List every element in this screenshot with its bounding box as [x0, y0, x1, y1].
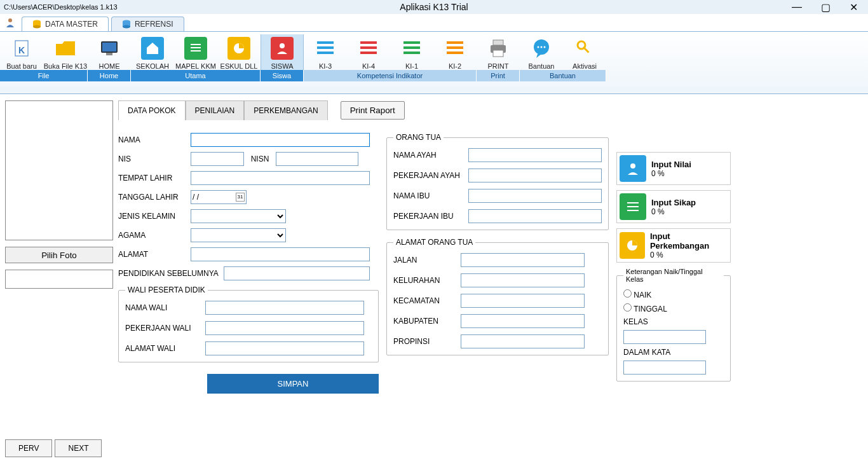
tab-data-master[interactable]: DATA MASTER	[22, 17, 109, 31]
ribbon-group-utama: Utama	[131, 70, 261, 81]
tab-refrensi[interactable]: REFRENSI	[111, 17, 184, 31]
jalan-input[interactable]	[461, 253, 585, 267]
ribbon-group-file: File	[0, 70, 88, 81]
alamat-wali-input[interactable]	[205, 341, 364, 355]
card-input-perkembangan[interactable]: Input Perkembangan0 %	[616, 228, 731, 263]
pekerjaan-wali-input[interactable]	[205, 321, 364, 335]
card-input-nilai[interactable]: Input Nilai0 %	[616, 152, 731, 185]
pie-icon	[227, 37, 250, 60]
ribbon-print[interactable]: PRINT	[477, 34, 520, 70]
svg-rect-11	[106, 53, 112, 55]
ribbon-buka-file[interactable]: Buka File K13	[43, 34, 88, 70]
jenis-kelamin-select[interactable]	[191, 209, 286, 223]
kelurahan-input[interactable]	[461, 273, 585, 287]
calendar-icon[interactable]: 31	[236, 193, 245, 202]
ribbon-group-ki: Kompetensi Indikator	[304, 70, 477, 81]
nisn-input[interactable]	[276, 152, 358, 166]
nama-ayah-input[interactable]	[468, 148, 602, 162]
monitor-icon	[98, 37, 121, 60]
ribbon-ki1[interactable]: KI-1	[390, 34, 433, 70]
svg-point-6	[123, 25, 130, 29]
nama-input[interactable]	[191, 133, 370, 147]
list-icon	[184, 37, 207, 60]
minimize-button[interactable]: —	[787, 1, 807, 13]
label-tanggal-lahir: TANGGAL LAHIR	[118, 193, 187, 202]
ribbon-sekolah[interactable]: SEKOLAH	[131, 34, 174, 70]
label-pekerjaan-ayah: PEKERJAAN AYAH	[393, 171, 465, 180]
list-icon	[620, 193, 646, 220]
prev-button[interactable]: PERV	[5, 439, 52, 457]
label-pekerjaan-wali: PEKERJAAN WALI	[125, 324, 201, 333]
label-kelas: KELAS	[623, 317, 724, 326]
label-pekerjaan-ibu: PEKERJAAN IBU	[393, 212, 465, 221]
maximize-button[interactable]: ▢	[816, 1, 836, 13]
ribbon: K Buat baru Buka File K13 File HOME Home…	[0, 32, 868, 94]
ribbon-mapel-kkm[interactable]: MAPEL KKM	[174, 34, 217, 70]
svg-rect-22	[360, 52, 377, 54]
pekerjaan-ayah-input[interactable]	[468, 169, 602, 182]
alamat-input[interactable]	[191, 247, 370, 261]
dalam-kata-input[interactable]	[623, 361, 706, 375]
wali-fieldset: WALI PESERTA DIDIK NAMA WALI PEKERJAAN W…	[118, 286, 379, 362]
ribbon-group-bantuan: Bantuan	[520, 70, 606, 81]
tab-perkembangan[interactable]: PERKEMBANGAN	[244, 100, 327, 120]
svg-rect-18	[317, 46, 334, 49]
ribbon-ki4[interactable]: KI-4	[347, 34, 390, 70]
label-pendidikan: PENDIDIKAN SEBELUMNYA	[118, 269, 220, 278]
tab-penilaian[interactable]: PENILAIAN	[186, 100, 245, 120]
ribbon-buat-baru[interactable]: K Buat baru	[0, 34, 43, 70]
label-jenis-kelamin: JENIS KELAMIN	[118, 212, 187, 221]
ribbon-ki3[interactable]: KI-3	[304, 34, 347, 70]
nama-wali-input[interactable]	[205, 301, 364, 315]
nis-input[interactable]	[191, 152, 244, 166]
svg-point-34	[541, 46, 543, 48]
radio-tinggal[interactable]: TINGGAL	[623, 303, 724, 313]
label-jalan: JALAN	[393, 256, 457, 265]
next-button[interactable]: NEXT	[55, 439, 102, 457]
pekerjaan-ibu-input[interactable]	[468, 209, 602, 223]
svg-rect-27	[447, 46, 463, 49]
app-title: Aplikasi K13 Trial	[400, 2, 468, 12]
pendidikan-input[interactable]	[224, 266, 370, 280]
svg-rect-40	[627, 206, 639, 207]
kelas-input[interactable]	[623, 330, 706, 344]
print-raport-button[interactable]: Print Raport	[341, 101, 405, 120]
label-kelurahan: KELURAHAN	[393, 276, 457, 285]
nama-ibu-input[interactable]	[468, 189, 602, 203]
simpan-button[interactable]: SIMPAN	[207, 374, 379, 394]
tempat-lahir-input[interactable]	[191, 171, 370, 185]
info-box	[5, 270, 113, 289]
label-agama: AGAMA	[118, 231, 187, 240]
lines-icon	[400, 37, 423, 60]
ribbon-bantuan[interactable]: Bantuan	[520, 34, 563, 70]
ribbon-ki2[interactable]: KI-2	[433, 34, 477, 70]
ribbon-aktivasi[interactable]: Aktivasi	[563, 34, 606, 70]
kecamatan-input[interactable]	[461, 294, 585, 308]
user-icon[interactable]	[4, 16, 17, 29]
agama-select[interactable]	[191, 228, 286, 242]
label-kabupaten: KABUPATEN	[393, 317, 457, 326]
propinsi-input[interactable]	[461, 334, 585, 348]
pilih-foto-button[interactable]: Pilih Foto	[5, 247, 113, 263]
kabupaten-input[interactable]	[461, 314, 585, 328]
database-icon	[32, 20, 41, 29]
printer-icon	[487, 37, 510, 60]
lines-icon	[357, 37, 380, 60]
label-nama-ibu: NAMA IBU	[393, 191, 465, 200]
svg-rect-12	[191, 44, 201, 45]
card-input-sikap[interactable]: Input Sikap0 %	[616, 190, 731, 223]
svg-rect-31	[493, 50, 503, 57]
home-icon	[141, 37, 164, 60]
ribbon-home[interactable]: HOME	[88, 34, 131, 70]
svg-rect-10	[102, 43, 116, 52]
tab-data-pokok[interactable]: DATA POKOK	[118, 100, 186, 120]
person-icon	[620, 155, 646, 182]
ribbon-siswa[interactable]: SISWA	[261, 34, 304, 70]
close-button[interactable]: ✕	[844, 1, 863, 13]
ribbon-eskul[interactable]: ESKUL DLL	[217, 34, 261, 70]
svg-point-35	[544, 46, 546, 48]
tanggal-lahir-input[interactable]: / /31	[191, 190, 247, 204]
radio-naik[interactable]: NAIK	[623, 289, 724, 299]
svg-rect-23	[403, 41, 420, 44]
person-icon	[271, 37, 294, 60]
